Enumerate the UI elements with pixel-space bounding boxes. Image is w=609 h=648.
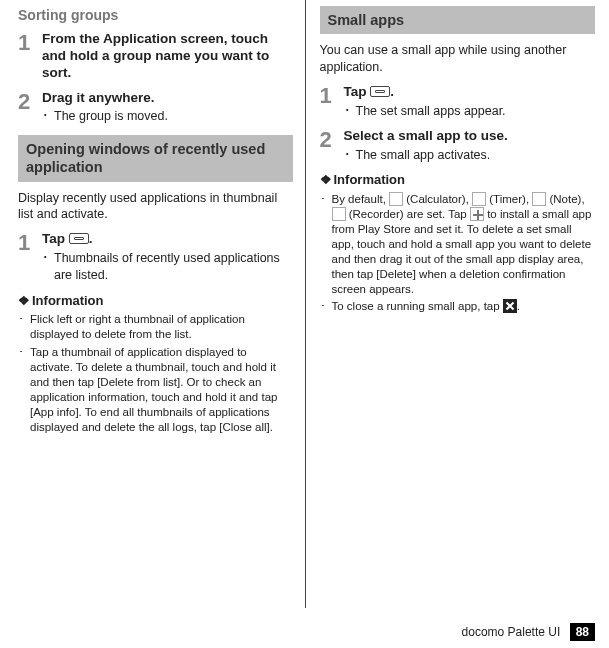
step-2: 2 Drag it anywhere. ･ The group is moved…	[18, 90, 293, 126]
diamond-icon: ❖	[320, 172, 332, 187]
page-footer: docomo Palette UI 88	[462, 624, 595, 640]
right-column: Small apps You can use a small app while…	[305, 0, 610, 608]
info-bullet-1: By default, (Calculator), (Timer), (Note…	[332, 192, 596, 297]
text-fragment: By default,	[332, 193, 390, 205]
step-number: 2	[18, 90, 42, 126]
note-icon	[532, 192, 546, 206]
step-heading: Select a small app to use.	[344, 128, 596, 145]
bullet-dot: ･	[18, 345, 30, 435]
bullet-text: The small app activates.	[356, 147, 596, 164]
section-intro: Display recently used applications in th…	[18, 190, 293, 224]
calculator-icon	[389, 192, 403, 206]
information-label: Information	[334, 172, 406, 187]
recent-apps-key-icon	[370, 86, 390, 97]
bullet-text: Thumbnails of recently used applications…	[54, 250, 293, 284]
step-number: 1	[18, 31, 42, 82]
step-heading: Tap .	[344, 84, 596, 101]
tap-text-post: .	[89, 231, 93, 246]
subhead-sorting-groups: Sorting groups	[18, 6, 293, 25]
text-fragment: (Recorder) are set. Tap	[346, 208, 470, 220]
step-1: 1 Tap . ･ The set small apps appear.	[320, 84, 596, 120]
recent-apps-key-icon	[69, 233, 89, 244]
information-block: ❖Information ･ Flick left or right a thu…	[18, 292, 293, 435]
text-fragment: (Timer),	[486, 193, 532, 205]
timer-icon	[472, 192, 486, 206]
section-recent-apps: Opening windows of recently used applica…	[18, 135, 293, 181]
plus-icon	[470, 207, 484, 221]
info-bullet-2: To close a running small app, tap .	[332, 299, 596, 314]
information-heading: ❖Information	[320, 171, 596, 189]
step-heading: Drag it anywhere.	[42, 90, 293, 107]
step-heading: From the Application screen, touch and h…	[42, 31, 293, 82]
tap-text-pre: Tap	[344, 84, 371, 99]
information-label: Information	[32, 293, 104, 308]
bullet-dot: ･	[344, 103, 356, 120]
text-fragment: (Note),	[546, 193, 584, 205]
tap-text-post: .	[390, 84, 394, 99]
bullet-dot: ･	[344, 147, 356, 164]
bullet-dot: ･	[42, 108, 54, 125]
text-fragment: .	[517, 300, 520, 312]
bullet-dot: ･	[320, 192, 332, 297]
section-small-apps: Small apps	[320, 6, 596, 34]
left-column: Sorting groups 1 From the Application sc…	[0, 0, 305, 608]
information-block: ❖Information ･ By default, (Calculator),…	[320, 171, 596, 314]
page-number: 88	[570, 623, 595, 641]
tap-text-pre: Tap	[42, 231, 69, 246]
bullet-dot: ･	[18, 312, 30, 342]
step-number: 2	[320, 128, 344, 164]
info-bullet-1: Flick left or right a thumbnail of appli…	[30, 312, 293, 342]
step-1: 1 From the Application screen, touch and…	[18, 31, 293, 82]
text-fragment: To close a running small app, tap	[332, 300, 503, 312]
step-number: 1	[18, 231, 42, 284]
information-heading: ❖Information	[18, 292, 293, 310]
recorder-icon	[332, 207, 346, 221]
section-intro: You can use a small app while using anot…	[320, 42, 596, 76]
bullet-text: The group is moved.	[54, 108, 293, 125]
step-heading: Tap .	[42, 231, 293, 248]
step-2: 2 Select a small app to use. ･ The small…	[320, 128, 596, 164]
footer-label: docomo Palette UI	[462, 625, 561, 639]
bullet-dot: ･	[42, 250, 54, 284]
text-fragment: to install a small app from Play Store a…	[332, 208, 592, 295]
step-number: 1	[320, 84, 344, 120]
text-fragment: (Calculator),	[403, 193, 472, 205]
info-bullet-2: Tap a thumbnail of application displayed…	[30, 345, 293, 435]
bullet-dot: ･	[320, 299, 332, 314]
close-icon	[503, 299, 517, 313]
bullet-text: The set small apps appear.	[356, 103, 596, 120]
diamond-icon: ❖	[18, 293, 30, 308]
step-1b: 1 Tap . ･ Thumbnails of recently used ap…	[18, 231, 293, 284]
